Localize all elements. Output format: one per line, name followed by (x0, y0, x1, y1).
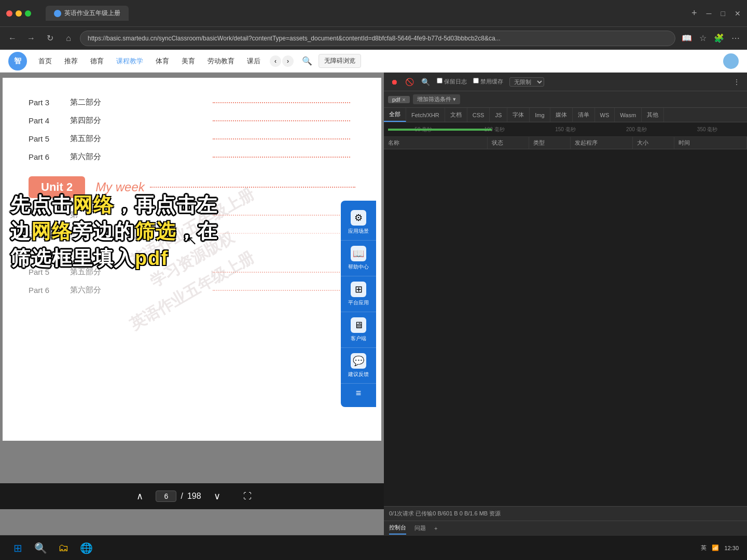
toc-title: 第五部分 (70, 134, 208, 144)
page-number-input[interactable] (156, 491, 176, 502)
taskbar-ime[interactable]: 英 (701, 544, 707, 552)
sidebar-feedback[interactable]: 💬 建议反馈 (341, 348, 376, 384)
devtools-filter-btn[interactable]: 🔍 (419, 76, 433, 88)
col-header-status[interactable]: 状态 (488, 137, 529, 149)
address-input[interactable] (80, 31, 675, 46)
toc-row-part6: Part 6 第六部分 (29, 148, 355, 166)
devtools-record-btn[interactable]: ⏺ (388, 76, 400, 88)
taskbar-browser-icon[interactable]: 🌐 (77, 539, 95, 557)
col-header-name[interactable]: 名称 (384, 137, 488, 149)
taskbar-wifi[interactable]: 📶 (712, 544, 719, 551)
barrier-free-button[interactable]: 无障碍浏览 (319, 54, 361, 68)
refresh-button[interactable]: ↻ (43, 31, 57, 46)
tab-doc[interactable]: 文档 (445, 108, 467, 122)
taskbar-right: 英 📶 12:30 (701, 544, 739, 552)
tab-manifest[interactable]: 清单 (573, 108, 595, 122)
devtools-stop-btn[interactable]: 🚫 (403, 76, 417, 88)
col-header-size[interactable]: 大小 (633, 137, 674, 149)
toc-row-part4: Part 4 第四部分 (29, 111, 355, 130)
sidebar-client[interactable]: 🖥 客户端 (341, 312, 376, 348)
home-button[interactable]: ⌂ (61, 31, 76, 46)
main-content: 英语作业五年级上册 学习资源版权 英语作业五年级上册 Part 3 第二部分 P… (0, 73, 747, 535)
preserve-log-checkbox[interactable] (437, 78, 442, 83)
page-total: 198 (187, 492, 201, 501)
sidebar-client-label: 客户端 (351, 335, 366, 342)
nav-moral[interactable]: 德育 (85, 54, 109, 68)
devtools-status-text: 0/1次请求 已传输0 B/601 B 0 B/1.6 MB 资源 (389, 510, 501, 517)
nav-arts[interactable]: 美育 (176, 54, 200, 68)
tab-fetch-xhr[interactable]: Fetch/XHR (406, 108, 445, 122)
taskbar-time: 12:30 (724, 545, 739, 551)
sidebar-help-center[interactable]: 📖 帮助中心 (341, 241, 376, 276)
sidebar-platform-apps[interactable]: ⊞ 平台应用 (341, 276, 376, 312)
pdf-filter-badge: pdf × (388, 96, 410, 103)
timeline-area: 50 毫秒 100 毫秒 150 毫秒 200 毫秒 350 毫秒 (384, 122, 747, 137)
maximize-traffic-light[interactable] (25, 10, 31, 17)
devtools-tab-console[interactable]: 控制台 (389, 522, 406, 535)
fullscreen-button[interactable]: ⛶ (243, 492, 252, 501)
tab-img[interactable]: Img (530, 108, 550, 122)
pdf-viewer: 英语作业五年级上册 学习资源版权 英语作业五年级上册 Part 3 第二部分 P… (0, 73, 384, 535)
nav-labor[interactable]: 劳动教育 (202, 54, 240, 68)
network-table-header: 名称 状态 类型 发起程序 大小 时间 (384, 137, 747, 149)
throttle-select[interactable]: 无限制 慢速3G 快速3G (509, 77, 544, 87)
pdf-filter-toggle: pdf × (388, 96, 410, 103)
taskbar-start-icon[interactable]: ⊞ (8, 539, 27, 557)
col-header-initiator[interactable]: 发起程序 (571, 137, 633, 149)
add-filter-button[interactable]: 增加筛选条件 ▾ (413, 94, 460, 104)
col-header-time[interactable]: 时间 (674, 137, 747, 149)
toc-section-upper: Part 3 第二部分 Part 4 第四部分 Part 5 第五部分 Part… (29, 93, 355, 166)
client-icon: 🖥 (351, 317, 366, 333)
nav-pe[interactable]: 体育 (150, 54, 174, 68)
bookmark-icon[interactable]: ☆ (697, 31, 709, 45)
taskbar-files-icon[interactable]: 🗂 (54, 539, 73, 557)
toc-dots (213, 290, 350, 291)
tab-font[interactable]: 字体 (507, 108, 530, 122)
tab-ws[interactable]: WS (595, 108, 615, 122)
disable-cache-checkbox[interactable] (473, 78, 479, 83)
toc-title: 第六部分 (70, 285, 208, 295)
nav-scroll-right[interactable]: › (282, 55, 294, 67)
close-traffic-light[interactable] (6, 10, 12, 17)
user-avatar[interactable] (723, 53, 739, 69)
nav-recommend[interactable]: 推荐 (59, 54, 83, 68)
tab-bar: 英语作业五年级上册 (46, 6, 677, 21)
close-filter-icon[interactable]: × (402, 96, 405, 103)
tab-all[interactable]: 全部 (384, 108, 406, 122)
maximize-window-button[interactable]: □ (721, 9, 725, 18)
back-button[interactable]: ← (5, 31, 20, 46)
tab-wasm[interactable]: Wasm (615, 108, 642, 122)
sidebar-app-scene[interactable]: ⚙ 应用场景 (341, 205, 376, 241)
col-header-type[interactable]: 类型 (529, 137, 571, 149)
nav-search-icon[interactable]: 🔍 (302, 56, 312, 66)
devtools-tab-add[interactable]: + (434, 523, 437, 534)
new-tab-button[interactable]: + (691, 8, 697, 19)
settings-icon[interactable]: ⋯ (729, 31, 742, 45)
toc-row-unit2-part6: Part 6 第六部分 (29, 281, 355, 299)
devtools-more-btn[interactable]: ⋮ (730, 76, 743, 88)
address-bar-row: ← → ↻ ⌂ 📖 ☆ 🧩 ⋯ (0, 27, 747, 50)
prev-page-button[interactable]: ∧ (132, 488, 147, 504)
ebook-icon[interactable]: 📖 (680, 31, 694, 45)
tab-css[interactable]: CSS (467, 108, 490, 122)
tab-other[interactable]: 其他 (642, 108, 664, 122)
active-tab[interactable]: 英语作业五年级上册 (46, 6, 129, 21)
close-window-button[interactable]: ✕ (735, 9, 741, 18)
extensions-icon[interactable]: 🧩 (712, 31, 726, 45)
nav-curriculum[interactable]: 课程教学 (111, 54, 148, 68)
annotation-overlay: 先点击网络，再点击左 边网络旁边的筛选，在 筛选框里填入pdf (10, 192, 218, 272)
sidebar-menu-button[interactable]: ≡ (352, 384, 366, 403)
toc-dots (213, 215, 350, 216)
nav-home[interactable]: 首页 (33, 54, 57, 68)
minimize-traffic-light[interactable] (16, 10, 22, 17)
minimize-button[interactable]: ─ (707, 9, 712, 18)
nav-afterschool[interactable]: 课后 (242, 54, 266, 68)
tab-media[interactable]: 媒体 (550, 108, 573, 122)
next-page-button[interactable]: ∨ (210, 488, 225, 504)
taskbar-search-icon[interactable]: 🔍 (31, 539, 50, 557)
nav-scroll-left[interactable]: ‹ (270, 55, 281, 67)
forward-button[interactable]: → (24, 31, 38, 46)
devtools-tab-issues[interactable]: 问题 (414, 522, 426, 534)
tab-js[interactable]: JS (490, 108, 507, 122)
traffic-lights (6, 10, 31, 17)
